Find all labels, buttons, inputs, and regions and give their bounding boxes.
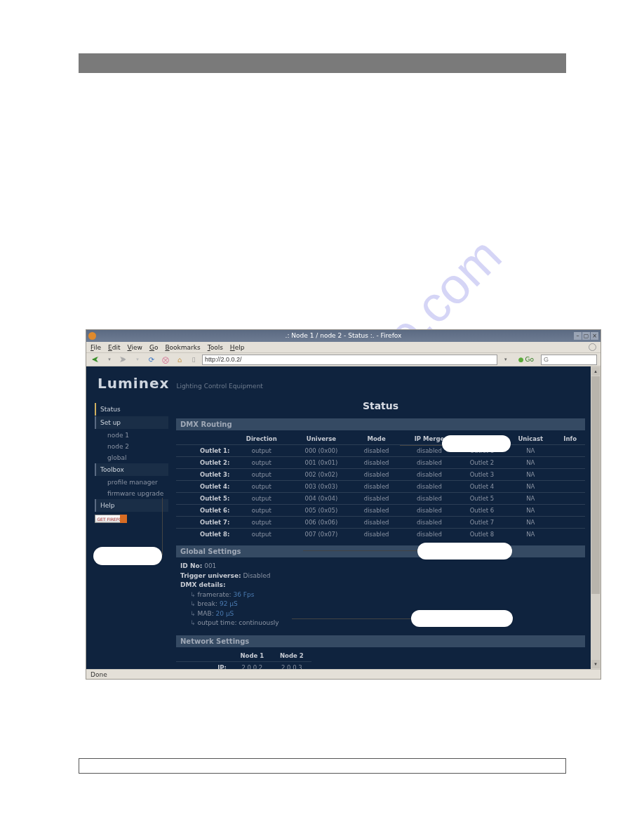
url-input[interactable]	[202, 355, 497, 365]
table-row: Outlet 3:output002 (0x02)disableddisable…	[176, 469, 585, 481]
throbber-icon	[589, 343, 596, 351]
brand-tagline: Lighting Control Equipment	[176, 383, 263, 390]
reload-button[interactable]: ⟳	[146, 354, 157, 365]
nav-setup[interactable]: Set up	[95, 416, 168, 429]
callout-bubble-mid-right	[417, 543, 512, 560]
close-button[interactable]: ×	[591, 332, 598, 340]
page-icon: ▯	[188, 354, 199, 365]
table-row: Outlet 2:output001 (0x01)disableddisable…	[176, 457, 585, 469]
callout-line	[292, 618, 411, 619]
forward-dropdown[interactable]: ▾	[132, 354, 143, 365]
browser-window: .: Node 1 / node 2 - Status :. - Firefox…	[86, 329, 601, 680]
dmx-col-header: Mode	[352, 433, 401, 445]
panel-network-settings-header: Network Settings	[176, 635, 585, 647]
menu-help[interactable]: Help	[230, 344, 245, 351]
menu-view[interactable]: View	[128, 344, 142, 351]
dmx-col-header: Universe	[290, 433, 352, 445]
table-row: Outlet 5:output004 (0x04)disableddisable…	[176, 493, 585, 505]
menu-edit[interactable]: Edit	[108, 344, 120, 351]
window-title: .: Node 1 / node 2 - Status :. - Firefox	[286, 332, 402, 339]
toolbar: ⮜ ▾ ⮞ ▾ ⟳ ⨂ ⌂ ▯ ▾ Go	[86, 352, 601, 366]
brand-header: Luminex Lighting Control Equipment	[86, 366, 591, 399]
scroll-thumb[interactable]	[591, 376, 600, 594]
menu-go[interactable]: Go	[149, 344, 159, 351]
menubar: File Edit View Go Bookmarks Tools Help	[86, 342, 601, 352]
dmx-col-header	[176, 433, 232, 445]
nav-node1[interactable]: node 1	[95, 430, 168, 441]
menu-bookmarks[interactable]: Bookmarks	[165, 344, 200, 351]
network-settings-table: Node 1Node 2 IP:2.0.0.22.0.0.3Netmask:25…	[176, 650, 311, 670]
panel-global-settings-header: Global Settings	[176, 545, 585, 557]
page-title: Status	[176, 400, 585, 411]
table-row: Outlet 4:output003 (0x03)disableddisable…	[176, 481, 585, 493]
callout-line	[303, 550, 417, 551]
window-titlebar[interactable]: .: Node 1 / node 2 - Status :. - Firefox…	[86, 330, 601, 342]
document-footer-box	[79, 758, 566, 774]
dmx-col-header: Info	[555, 433, 585, 445]
table-row: IP:2.0.0.22.0.0.3	[176, 661, 311, 669]
search-input[interactable]	[541, 355, 597, 365]
sidebar-nav: Status Set up node 1 node 2 global Toolb…	[95, 403, 168, 523]
nav-profile-manager[interactable]: profile manager	[95, 477, 168, 488]
panel-dmx-routing-header: DMX Routing	[176, 418, 585, 430]
page-viewport: Luminex Lighting Control Equipment Statu…	[86, 366, 601, 669]
back-dropdown[interactable]: ▾	[104, 354, 115, 365]
dmx-col-header: Direction	[232, 433, 290, 445]
callout-line	[400, 445, 442, 446]
nav-status[interactable]: Status	[95, 403, 168, 416]
callout-line	[162, 498, 163, 555]
nav-help[interactable]: Help	[95, 499, 168, 512]
dmx-col-header: Unicast	[506, 433, 555, 445]
back-button[interactable]: ⮜	[90, 354, 101, 365]
callout-bubble-bottom-right	[411, 610, 513, 627]
nav-global[interactable]: global	[95, 452, 168, 463]
menu-file[interactable]: File	[90, 344, 101, 351]
table-row: Outlet 1:output000 (0x00)disableddisable…	[176, 445, 585, 457]
document-header-bar	[79, 53, 566, 73]
brand-name: Luminex	[98, 375, 169, 392]
vertical-scrollbar[interactable]: ▴ ▾	[591, 366, 601, 669]
global-settings-body: ID No: 001 Trigger universe: Disabled DM…	[176, 557, 585, 633]
firefox-icon	[88, 332, 96, 340]
callout-bubble-left	[93, 547, 162, 565]
forward-button[interactable]: ⮞	[118, 354, 129, 365]
dmx-routing-table: DirectionUniverseModeIP MergeLegendUnica…	[176, 433, 585, 540]
status-text: Done	[90, 671, 107, 678]
home-button[interactable]: ⌂	[174, 354, 185, 365]
firefox-badge[interactable]: GET FIREFOX	[95, 515, 127, 523]
nav-node2[interactable]: node 2	[95, 441, 168, 452]
menu-tools[interactable]: Tools	[208, 344, 223, 351]
table-row: Outlet 7:output006 (0x06)disableddisable…	[176, 517, 585, 529]
go-button[interactable]: Go	[514, 356, 538, 363]
scroll-down-arrow[interactable]: ▾	[591, 660, 600, 668]
callout-bubble-top-right	[442, 435, 511, 452]
minimize-button[interactable]: –	[574, 332, 582, 340]
nav-firmware-upgrade[interactable]: firmware upgrade	[95, 488, 168, 499]
url-dropdown[interactable]: ▾	[500, 354, 511, 365]
table-row: Outlet 6:output005 (0x05)disableddisable…	[176, 505, 585, 517]
stop-button[interactable]: ⨂	[160, 354, 171, 365]
nav-toolbox[interactable]: Toolbox	[95, 463, 168, 476]
scroll-up-arrow[interactable]: ▴	[591, 367, 600, 376]
browser-statusbar: Done	[86, 669, 601, 679]
maximize-button[interactable]: ▢	[582, 332, 590, 340]
table-row: Outlet 8:output007 (0x07)disableddisable…	[176, 529, 585, 541]
